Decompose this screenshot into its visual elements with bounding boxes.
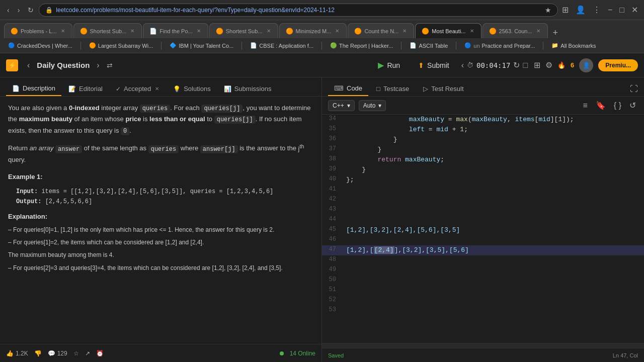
settings-button[interactable]: ⚙: [545, 60, 552, 70]
saved-status: Saved: [328, 352, 344, 358]
tab-count[interactable]: 🟠 Count the N... ✕: [348, 23, 414, 38]
tab-mostbeautiful[interactable]: 🟠 Most Beauti... ✕: [415, 23, 481, 38]
tab-close-shortest2[interactable]: ✕: [266, 28, 272, 34]
comment-button[interactable]: 💬 129: [48, 350, 67, 357]
avatar[interactable]: 👤: [579, 58, 593, 72]
code-horizontal-scrollbar[interactable]: [322, 343, 644, 348]
url-bar[interactable]: 🔒 leetcode.com/problems/most-beautiful-i…: [39, 4, 558, 17]
tab-close-findpow[interactable]: ✕: [196, 28, 202, 34]
minimize-button[interactable]: −: [606, 4, 614, 17]
tab-description[interactable]: 📄 Description: [6, 81, 61, 96]
tab-minimized[interactable]: 🟠 Minimized M... ✕: [279, 23, 347, 38]
prev-question-button[interactable]: ‹: [24, 60, 33, 71]
tab-close-mostbeautiful[interactable]: ✕: [469, 28, 475, 34]
autocomplete-selector[interactable]: Auto ▾: [359, 100, 386, 111]
tab-close-2563[interactable]: ✕: [535, 28, 541, 34]
tab-shortest1[interactable]: 🟠 Shortest Sub... ✕: [73, 23, 142, 38]
new-tab-button[interactable]: +: [549, 28, 562, 38]
tab-close-shortest1[interactable]: ✕: [129, 28, 135, 34]
bookmark-code-button[interactable]: 🔖: [594, 100, 608, 111]
line-content-37: }: [342, 145, 644, 155]
shuffle-button[interactable]: ⇄: [107, 61, 113, 69]
tab-solutions-label: Solutions: [184, 85, 210, 93]
code-line-47: 47 [1,2],[[2,4]],[3,2],[3,5],[5,6]: [322, 245, 644, 255]
tab-close-problems[interactable]: ✕: [60, 28, 66, 34]
tab-favicon-problems: 🟠: [11, 28, 18, 35]
bookmark-icon-practice: 🔵: [464, 42, 471, 49]
bookmark-practice[interactable]: 🔵 un Practice and Prepar...: [460, 41, 539, 50]
tab-editorial[interactable]: 📝 Editorial: [62, 81, 109, 96]
line-content-48: [342, 255, 644, 265]
back-button[interactable]: ‹: [4, 4, 13, 16]
tab-findpow[interactable]: 📄 Find the Po... ✕: [143, 23, 208, 38]
bookmark-largestsubarray[interactable]: 🟠 Largest Subarray Wi...: [85, 41, 157, 50]
share-icon: ↗: [85, 350, 90, 357]
bookmark-all-bookmarks[interactable]: 📁 All Bookmarks: [547, 41, 600, 50]
dislike-button[interactable]: 👎: [34, 350, 42, 357]
bookmark-cbse[interactable]: 📄 CBSE : Application f...: [246, 41, 317, 50]
tab-problems[interactable]: 🟠 Problems - L... ✕: [4, 23, 72, 38]
timer-prev-button[interactable]: ‹: [461, 61, 464, 70]
expand-button[interactable]: { }: [612, 100, 623, 111]
line-num-38: 38: [322, 155, 342, 165]
premium-button[interactable]: Premiu...: [598, 59, 638, 71]
share-button[interactable]: ↗: [85, 350, 90, 357]
code-editor[interactable]: 34 maxBeauty = max(maxBeauty, items[mid]…: [322, 115, 644, 343]
timer-reset-button[interactable]: ↻: [513, 60, 520, 70]
profile-button[interactable]: 👤: [574, 3, 588, 17]
tab-close-minimized[interactable]: ✕: [334, 28, 340, 34]
language-selector[interactable]: C++ ▾: [328, 100, 355, 111]
more-button[interactable]: ⋮: [591, 3, 603, 17]
format-button[interactable]: ≡: [581, 100, 590, 111]
tab-code[interactable]: ⌨ Code: [328, 81, 368, 96]
bookmark-icon-cbse: 📄: [250, 42, 257, 49]
layout-button[interactable]: ⊞: [534, 60, 540, 70]
reset-button[interactable]: ↺: [627, 100, 638, 111]
tab-close-accepted[interactable]: ✕: [154, 85, 160, 92]
tab-favicon-count: 🟠: [354, 28, 361, 35]
thumb-up-icon: 👍: [6, 350, 14, 357]
line-num-51: 51: [322, 286, 342, 296]
bookmark-label-all: All Bookmarks: [560, 43, 596, 49]
line-num-40: 40: [322, 175, 342, 185]
tab-testcase[interactable]: □ Testcase: [370, 82, 415, 96]
bookmark-report[interactable]: 🟢 The Report | Hacker...: [326, 41, 397, 50]
left-footer: 👍 1.2K 👎 💬 129 ☆ ↗ ⏰ 14 Online: [0, 344, 321, 362]
bookmark-ascii[interactable]: 📄 ASCII Table: [406, 41, 452, 50]
tab-solutions[interactable]: 💡 Solutions: [167, 81, 216, 96]
left-tabs: 📄 Description 📝 Editorial ✓ Accepted ✕ 💡…: [0, 77, 321, 97]
run-button[interactable]: ▶ Run: [372, 57, 406, 73]
line-content-41: [342, 185, 644, 195]
tab-2563[interactable]: 🟠 2563. Coun... ✕: [482, 23, 548, 38]
bookmark-sep-3: [242, 42, 242, 50]
submissions-icon: 📊: [224, 85, 231, 93]
online-indicator: [280, 351, 284, 355]
timer-copy-button[interactable]: □: [523, 61, 528, 70]
maximize-button[interactable]: □: [617, 4, 626, 17]
bookmark-crackeddevs[interactable]: 🔵 CrackedDevs | Wher...: [4, 41, 76, 50]
line-num-44: 44: [322, 215, 342, 225]
header-right: ⊞ ⚙ 🔥 6 👤 Premiu...: [534, 58, 638, 72]
tab-submissions[interactable]: 📊 Submissions: [218, 81, 278, 96]
line-num-48: 48: [322, 255, 342, 265]
extensions-button[interactable]: ⊞: [560, 3, 571, 17]
submit-button[interactable]: ⬆ Submit: [412, 58, 455, 72]
clock-stat[interactable]: ⏰: [96, 350, 104, 357]
tab-label-minimized: Minimized M...: [296, 28, 332, 34]
fullscreen-button[interactable]: ⛶: [630, 84, 638, 94]
close-button[interactable]: ✕: [629, 3, 640, 17]
tab-accepted[interactable]: ✓ Accepted ✕: [110, 81, 166, 96]
thumb-down-icon: 👎: [34, 350, 42, 357]
tab-close-count[interactable]: ✕: [401, 28, 408, 34]
forward-button[interactable]: ›: [15, 4, 23, 16]
next-question-button[interactable]: ›: [94, 60, 102, 71]
tab-testresult[interactable]: ▷ Test Result: [417, 82, 469, 96]
bookmark-button[interactable]: ☆: [73, 350, 79, 357]
right-panel: ⌨ Code □ Testcase ▷ Test Result ⛶ C++ ▾ …: [322, 77, 644, 362]
bookmark-sep-1: [80, 42, 81, 50]
reload-button[interactable]: ↻: [25, 4, 37, 16]
tab-shortest2[interactable]: 🟠 Shortest Sub... ✕: [209, 23, 278, 38]
input-value: items = [[1,2],[3,2],[2,4],[5,6],[3,5]],…: [41, 188, 273, 195]
like-button[interactable]: 👍 1.2K: [6, 350, 28, 357]
bookmark-ibm[interactable]: 🔷 IBM | Your Talent Co...: [166, 41, 237, 50]
